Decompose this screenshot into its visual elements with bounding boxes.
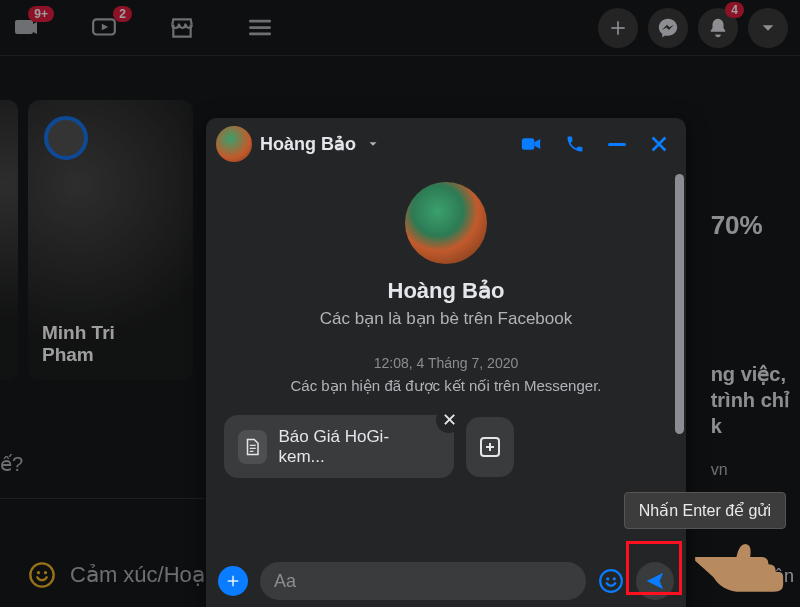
chevron-down-icon <box>366 137 380 151</box>
chat-window: Hoàng Bảo Hoàng Bảo Các bạn là bạn bè tr… <box>206 118 686 607</box>
contact-subtitle: Các bạn là bạn bè trên Facebook <box>206 308 686 329</box>
contact-large-avatar <box>405 182 487 264</box>
stories-row: Minh Tri Pham <box>0 100 193 380</box>
chat-connected-text: Các bạn hiện đã được kết nối trên Messen… <box>206 377 686 395</box>
story-card[interactable]: Minh Tri Pham <box>28 100 193 380</box>
message-input[interactable]: Aa <box>260 562 586 600</box>
watch-badge: 2 <box>113 6 132 22</box>
watch-tab[interactable]: 2 <box>90 14 118 42</box>
prompt-fragment: ế? <box>0 452 23 476</box>
attachment-row: Báo Giá HoGi-kem... ✕ <box>206 415 686 478</box>
attachment-title: Báo Giá HoGi-kem... <box>279 427 411 466</box>
percent-text: 70% <box>711 210 790 241</box>
svg-point-14 <box>606 577 609 580</box>
story-avatar-ring <box>44 116 88 160</box>
remove-attachment-button[interactable]: ✕ <box>436 407 462 433</box>
chat-header[interactable]: Hoàng Bảo <box>206 118 686 170</box>
minimize-button[interactable] <box>608 143 626 146</box>
svg-point-5 <box>30 563 53 586</box>
svg-rect-0 <box>15 20 33 34</box>
svg-rect-3 <box>249 26 271 29</box>
chat-body: Hoàng Bảo Các bạn là bạn bè trên Faceboo… <box>206 170 686 555</box>
svg-point-15 <box>613 577 616 580</box>
notifications-button[interactable]: 4 <box>698 8 738 48</box>
message-placeholder: Aa <box>274 571 296 592</box>
top-navbar: 9+ 2 4 <box>0 0 800 56</box>
chat-input-bar: Aa <box>206 555 686 607</box>
svg-point-7 <box>44 571 47 574</box>
feed-composer[interactable]: Cảm xúc/Hoạ <box>0 561 205 589</box>
close-button[interactable] <box>648 133 670 155</box>
scrollbar[interactable] <box>675 174 684 434</box>
svg-point-13 <box>600 570 622 592</box>
svg-rect-2 <box>249 19 271 22</box>
open-actions-button[interactable] <box>218 566 248 596</box>
home-badge: 9+ <box>28 6 54 22</box>
video-call-button[interactable] <box>520 133 542 155</box>
menu-tab[interactable] <box>246 14 274 42</box>
right-sidebar-peek: 70% ng việc, trình chỉ k vn <box>711 210 790 479</box>
contact-name: Hoàng Bảo <box>206 278 686 304</box>
svg-rect-11 <box>250 450 254 451</box>
voice-call-button[interactable] <box>564 133 586 155</box>
nav-right-group: 4 <box>598 8 788 48</box>
chat-header-actions <box>520 133 676 155</box>
feeling-icon <box>28 561 56 589</box>
marketplace-tab[interactable] <box>168 14 196 42</box>
messenger-button[interactable] <box>648 8 688 48</box>
attachment-card[interactable]: Báo Giá HoGi-kem... ✕ <box>224 415 454 478</box>
chat-avatar <box>216 126 252 162</box>
divider <box>0 498 210 499</box>
pointing-hand-icon <box>686 517 796 601</box>
add-attachment-button[interactable] <box>466 417 514 477</box>
composer-label: Cảm xúc/Hoạ <box>70 562 205 588</box>
send-button[interactable] <box>636 562 674 600</box>
notif-badge: 4 <box>725 2 744 18</box>
svg-rect-8 <box>522 138 535 150</box>
nav-left-group: 9+ 2 <box>12 14 274 42</box>
home-tab[interactable]: 9+ <box>12 14 40 42</box>
chat-title: Hoàng Bảo <box>260 133 356 155</box>
create-button[interactable] <box>598 8 638 48</box>
svg-rect-4 <box>249 32 271 35</box>
svg-rect-10 <box>250 447 256 448</box>
account-menu-button[interactable] <box>748 8 788 48</box>
svg-point-6 <box>37 571 40 574</box>
story-author: Minh Tri Pham <box>42 322 115 366</box>
emoji-button[interactable] <box>598 568 624 594</box>
story-card[interactable] <box>0 100 18 380</box>
chat-timestamp: 12:08, 4 Tháng 7, 2020 <box>206 355 686 371</box>
document-icon <box>238 430 267 464</box>
svg-rect-9 <box>250 444 256 445</box>
